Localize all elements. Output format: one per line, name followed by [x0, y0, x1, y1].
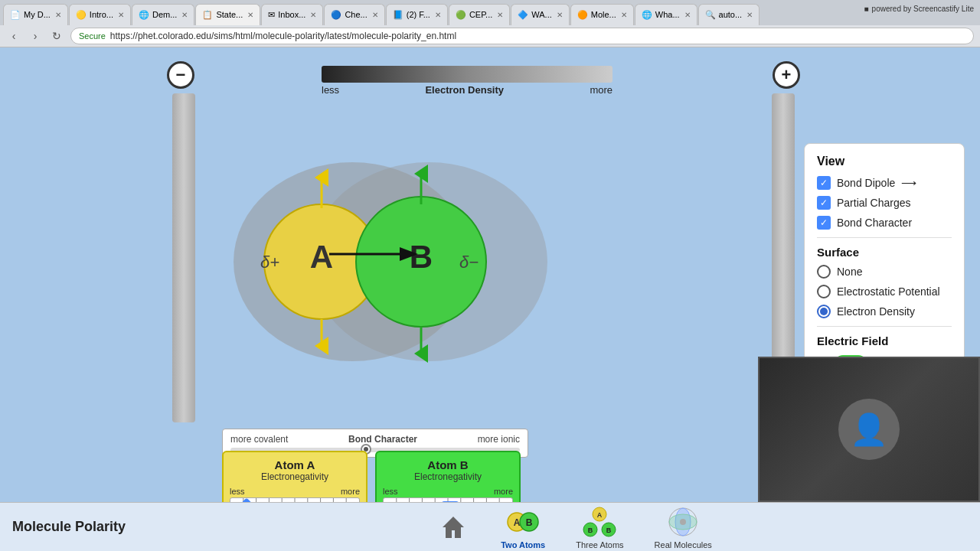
- density-title: Electron Density: [425, 84, 504, 96]
- real-molecules-icon: [666, 505, 700, 539]
- svg-text:A: A: [514, 517, 521, 528]
- atom-a-title: Atom A: [230, 458, 360, 471]
- tab-mole[interactable]: 🟠Mole...✕: [570, 4, 634, 25]
- electric-field-title: Electric Field: [817, 334, 952, 347]
- svg-point-51: [680, 519, 686, 525]
- atom-b-subtitle: Electronegativity: [383, 471, 513, 482]
- home-icon: [436, 510, 470, 544]
- secure-badge: Secure: [79, 31, 106, 41]
- tab-state[interactable]: 📋State...✕: [195, 4, 260, 25]
- url-text: https://phet.colorado.edu/sims/html/mole…: [110, 31, 456, 41]
- bond-bar-labels: more covalent Bond Character more ionic: [230, 434, 520, 445]
- nav-two-atoms-item[interactable]: A B Two Atoms: [501, 505, 545, 549]
- app-title: Molecule Polarity: [0, 519, 168, 535]
- bottom-navigation: Molecule Polarity A B: [0, 502, 980, 551]
- none-radio[interactable]: None: [817, 265, 952, 279]
- view-divider-2: [817, 326, 952, 327]
- back-button[interactable]: ‹: [6, 28, 21, 44]
- atom-a-more-label: more: [341, 487, 360, 496]
- svg-text:B: B: [410, 239, 433, 275]
- molecule-display: A B δ+ δ−: [199, 101, 567, 422]
- three-atoms-icon: A B B: [583, 505, 616, 539]
- three-atoms-label: Three Atoms: [576, 540, 623, 549]
- none-radio-icon: [817, 265, 831, 279]
- bond-character-check-icon: ✓: [817, 216, 831, 230]
- tab-auto[interactable]: 🔍auto...✕: [698, 4, 760, 25]
- electrostatic-radio[interactable]: Electrostatic Potential: [817, 285, 952, 298]
- view-panel: View ✓ Bond Dipole ⟶ ✓ Partial Charges ✓…: [804, 143, 965, 385]
- screencastify-badge: ■powered by Screencastify Lite: [864, 5, 974, 13]
- atom-a-less-label: less: [230, 487, 245, 496]
- density-bar[interactable]: [322, 66, 612, 83]
- bond-character-checkbox[interactable]: ✓ Bond Character: [817, 216, 952, 230]
- bond-character-title: Bond Character: [348, 434, 417, 445]
- refresh-button[interactable]: ↻: [49, 28, 64, 44]
- two-atoms-icon: A B: [506, 505, 540, 539]
- none-label: None: [837, 266, 862, 278]
- view-divider-1: [817, 237, 952, 238]
- browser-chrome: 📄My D...✕ 🟡Intro...✕ 🌐Dem...✕ 📋State...✕…: [0, 0, 980, 47]
- tab-what[interactable]: 🌐Wha...✕: [635, 4, 697, 25]
- more-covalent-label: more covalent: [230, 434, 288, 445]
- atom-a-en-labels: less more: [230, 487, 360, 496]
- nav-items: A B Two Atoms A B B: [168, 505, 980, 549]
- more-ionic-label: more ionic: [478, 434, 520, 445]
- url-box[interactable]: Secure https://phet.colorado.edu/sims/ht…: [70, 28, 974, 44]
- svg-text:A: A: [597, 511, 603, 519]
- electron-density-label: Electron Density: [837, 305, 915, 318]
- tab-che[interactable]: 🔵Che...✕: [324, 4, 384, 25]
- tab-intro[interactable]: 🟡Intro...✕: [69, 4, 131, 25]
- surface-section-title: Surface: [817, 246, 952, 259]
- atom-b-en-labels: less more: [383, 487, 513, 496]
- partial-charges-check-icon: ✓: [817, 196, 831, 210]
- partial-charges-label: Partial Charges: [837, 197, 911, 209]
- density-bar-container: less Electron Density more: [168, 66, 766, 96]
- electron-density-radio-icon: [817, 305, 831, 318]
- bond-dipole-arrow-icon: ⟶: [901, 177, 916, 189]
- nav-real-molecules-item[interactable]: Real Molecules: [655, 505, 712, 549]
- atom-a-subtitle: Electronegativity: [230, 471, 360, 482]
- atom-b-less-label: less: [383, 487, 398, 496]
- electrostatic-radio-icon: [817, 285, 831, 298]
- svg-text:δ+: δ+: [260, 253, 279, 272]
- tab-cep[interactable]: 🟢CEP...✕: [449, 4, 510, 25]
- tab-dem[interactable]: 🌐Dem...✕: [132, 4, 194, 25]
- svg-text:A: A: [310, 239, 333, 275]
- two-atoms-label: Two Atoms: [501, 540, 545, 549]
- density-less-label: less: [322, 84, 339, 96]
- density-more-label: more: [590, 84, 612, 96]
- partial-charges-checkbox[interactable]: ✓ Partial Charges: [817, 196, 952, 210]
- tab-bar: 📄My D...✕ 🟡Intro...✕ 🌐Dem...✕ 📋State...✕…: [0, 0, 980, 25]
- forward-button[interactable]: ›: [28, 28, 43, 44]
- bond-dipole-checkbox[interactable]: ✓ Bond Dipole ⟶: [817, 176, 952, 190]
- electron-density-radio[interactable]: Electron Density: [817, 305, 952, 318]
- bond-dipole-label: Bond Dipole: [837, 177, 895, 189]
- view-panel-title: View: [817, 155, 952, 168]
- svg-text:B: B: [526, 517, 533, 528]
- atom-b-more-label: more: [494, 487, 513, 496]
- bond-dipole-check-icon: ✓: [817, 176, 831, 190]
- address-bar: ‹ › ↻ Secure https://phet.colorado.edu/s…: [0, 25, 980, 47]
- density-labels: less Electron Density more: [322, 84, 612, 96]
- real-molecules-label: Real Molecules: [655, 540, 712, 549]
- bond-character-label: Bond Character: [837, 217, 912, 229]
- electrostatic-label: Electrostatic Potential: [837, 285, 940, 298]
- svg-text:B: B: [588, 527, 593, 534]
- simulation-area: − + less Electron Density more A: [0, 47, 980, 551]
- svg-marker-37: [443, 517, 464, 538]
- svg-text:B: B: [606, 527, 612, 534]
- left-field-panel: [172, 93, 195, 422]
- atom-b-title: Atom B: [383, 458, 513, 471]
- nav-home-item[interactable]: [436, 510, 470, 544]
- tab-my-d[interactable]: 📄My D...✕: [3, 4, 68, 25]
- tab-fb[interactable]: 📘(2) F...✕: [386, 4, 448, 25]
- svg-text:δ−: δ−: [459, 253, 479, 272]
- tab-inbox[interactable]: ✉Inbox...✕: [261, 4, 323, 25]
- nav-three-atoms-item[interactable]: A B B Three Atoms: [576, 505, 623, 549]
- tab-wa[interactable]: 🔷WA...✕: [511, 4, 569, 25]
- plus-button[interactable]: +: [773, 61, 800, 89]
- webcam-overlay: 👤: [758, 357, 980, 502]
